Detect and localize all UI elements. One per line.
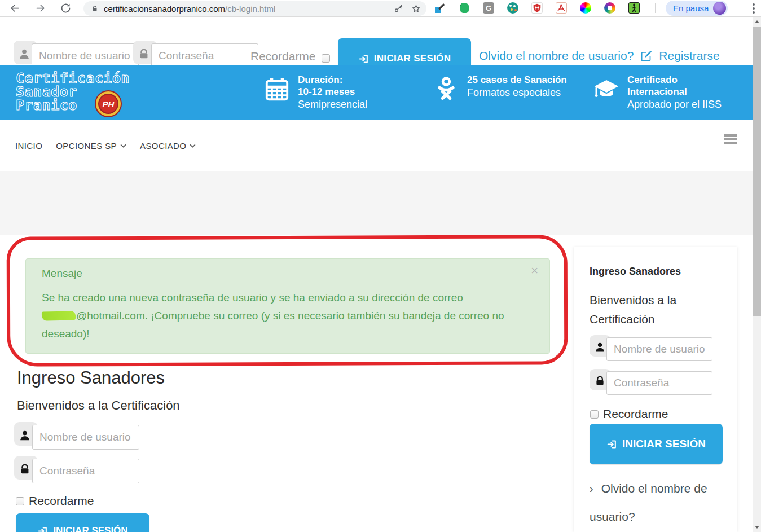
lock-icon [19,463,31,476]
topbar-remember-label: Recordarme [250,50,316,63]
main-password-input[interactable] [32,459,139,483]
feature-certificate: Certificado Internacional Aprobado por e… [593,74,722,112]
main-password-group [14,456,139,484]
color-wheel-extension-icon[interactable] [580,2,591,14]
feature-duration: Duración: 10-12 meses Semipresencial [264,74,367,112]
reload-icon[interactable] [60,2,72,14]
graduation-cap-icon [593,76,619,102]
sync-paused-badge[interactable]: En pausa [666,1,728,16]
pdf-extension-icon[interactable] [556,2,567,14]
feature-line: Internacional [627,86,722,98]
posture-figure-extension-icon[interactable] [628,2,640,14]
message-rest: @hotmail.com. ¡Compruebe su correo (y si… [42,310,504,340]
nav-item-opciones-sp[interactable]: OPCIONES SP [56,141,126,151]
password-key-icon[interactable] [394,4,403,14]
logo-line-3: Pranico [16,99,151,112]
message-line-1: Se ha creado una nueva contraseña de usu… [42,292,463,304]
browser-window: certificacionsanadorpranico.com/cb-login… [0,0,761,532]
url-path: /cb-login.html [225,4,275,14]
chevron-down-icon [190,144,196,148]
topbar-remember-checkbox[interactable] [322,54,330,63]
sidebar-password-group [590,369,714,397]
address-bar[interactable]: certificacionsanadorpranico.com/cb-login… [83,1,426,16]
redacted-email-highlight [42,311,76,320]
nav-label: OPCIONES SP [56,141,117,151]
sidebar-username-group [590,335,714,363]
toolbar-separator [655,3,656,13]
topbar-login-label: INICIAR SESIÓN [374,53,451,64]
extensions-row: G [434,2,656,14]
nav-item-asociado[interactable]: ASOCIADO [140,141,196,151]
profile-avatar[interactable] [713,2,726,15]
url-text[interactable]: certificacionsanadorpranico.com/cb-login… [104,4,394,14]
main-nav: INICIO OPCIONES SP ASOCIADO [0,120,761,171]
sidebar-title: Ingreso Sanadores [590,266,681,278]
browser-toolbar: certificacionsanadorpranico.com/cb-login… [0,0,761,17]
sidebar-forgot-label: Olvido el nombre de usuario? [590,482,707,523]
feature-line: 10-12 meses [298,86,367,98]
g-extension-icon[interactable]: G [483,2,494,14]
sidebar-subtitle: Bienvenidos a la Certificación [590,291,725,329]
feature-line: Semipresencial [298,98,367,112]
sidebar-remember-label: Recordarme [603,407,668,421]
feature-line: Duración: [298,74,367,86]
main-username-input[interactable] [32,425,139,450]
scrollbar-up-arrow[interactable] [753,17,761,27]
palette-extension-icon[interactable] [507,2,518,14]
ph-logo-badge: PH [96,91,121,116]
sidebar-forgot-username-link[interactable]: ›Olvido el nombre de usuario? [590,474,725,531]
main-remember-checkbox[interactable] [16,497,24,505]
sidebar-username-input[interactable] [606,337,712,361]
paint-sphere-extension-icon[interactable] [604,2,615,14]
evernote-extension-icon[interactable] [459,2,470,14]
close-icon[interactable]: × [531,265,538,277]
sidebar-divider [590,527,723,527]
main-login-label: INICIAR SESIÓN [53,525,127,532]
eyedropper-extension-icon[interactable] [434,2,446,14]
sign-in-icon [358,54,369,64]
sidebar-remember-checkbox[interactable] [590,410,599,419]
register-edit-icon [640,50,652,62]
message-body: Se ha creado una nueva contraseña de usu… [42,289,534,343]
spacer-band [0,171,761,235]
scrollbar-down-arrow[interactable] [753,522,761,532]
url-domain: certificacionsanadorpranico.com [104,4,225,14]
nav-item-inicio[interactable]: INICIO [15,141,42,151]
lock-icon [594,375,606,387]
page-scrollbar[interactable] [753,17,761,532]
lock-icon [138,48,150,60]
sidebar-login-label: INICIAR SESIÓN [622,438,706,450]
person-figure-icon [433,76,459,102]
user-icon [18,48,30,60]
forward-icon[interactable] [34,2,46,14]
register-link[interactable]: Registrarse [659,49,719,63]
site-logo[interactable]: Certificación Sanador Pranico PH [16,72,151,112]
browser-menu-icon[interactable] [750,3,757,14]
scrollbar-thumb[interactable] [753,27,761,316]
feature-line: Certificado [627,74,722,86]
feature-line: Formatos especiales [467,86,567,100]
nav-label: INICIO [15,141,42,151]
main-login-button[interactable]: INICIAR SESIÓN [16,513,149,532]
shield-extension-icon[interactable] [531,2,543,14]
user-icon [19,429,31,442]
chevron-right-icon: › [590,482,593,495]
sidebar-password-input[interactable] [606,371,712,395]
forgot-username-link[interactable]: Olvido el nombre de usuario? [479,49,634,63]
tls-lock-icon [91,5,98,13]
sign-in-icon [606,439,617,450]
hamburger-menu-icon[interactable] [724,134,737,144]
feature-cases: 25 casos de Sanación Formatos especiales [433,74,567,102]
sign-in-icon [37,526,48,532]
chevron-down-icon [120,144,126,148]
page-title: Ingreso Sanadores [17,368,165,388]
sidebar-login-button[interactable]: INICIAR SESIÓN [590,424,723,464]
system-message-box: Mensaje × Se ha creado una nueva contras… [25,258,550,354]
bookmark-star-icon[interactable] [411,4,421,14]
pause-label: En pausa [673,3,709,13]
back-icon[interactable] [9,2,21,14]
calendar-icon [264,76,290,102]
feature-line: 25 casos de Sanación [467,74,567,86]
main-username-group [14,422,139,450]
top-login-bar: Recordarme INICIAR SESIÓN Olvido el nomb… [0,17,761,65]
